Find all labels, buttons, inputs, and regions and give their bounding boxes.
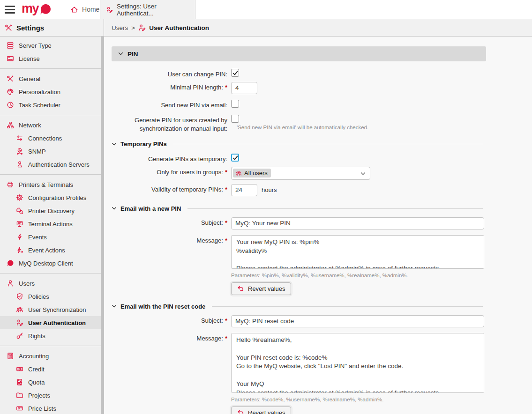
pin-section-title: PIN xyxy=(127,51,138,58)
palette-icon xyxy=(7,88,14,96)
sidebar-item-license[interactable]: License xyxy=(0,52,101,65)
sidebar-divider xyxy=(0,346,101,346)
sidebar-item-label: User Authentication xyxy=(28,319,86,326)
sidebar-item-label: Rights xyxy=(28,333,45,340)
sidebar-item-label: Personalization xyxy=(19,89,60,96)
minimal-pin-length-input[interactable] xyxy=(231,82,257,94)
sidebar-item-user-authentication[interactable]: User Authentication xyxy=(0,316,101,329)
tools-icon xyxy=(7,75,14,82)
tab-bar: my Home Settings: User Authenticat... xyxy=(0,0,532,19)
sidebar-item-label: Printers & Terminals xyxy=(19,181,73,188)
settings-panel-header: Settings xyxy=(0,19,104,36)
reset-params-hint: Parameters: %code%, %username%, %realnam… xyxy=(231,397,486,402)
sidebar-item-connections[interactable]: Connections xyxy=(0,132,101,145)
sidebar-item-snmp[interactable]: SNMP xyxy=(0,145,101,158)
group-chip-all-users[interactable]: All users xyxy=(233,169,271,177)
sidebar-item-users[interactable]: Users xyxy=(0,277,101,290)
reset-message-label: Message:* xyxy=(112,333,227,343)
new-pin-message-textarea[interactable]: Your new MyQ PIN is: %pin% %validity% Pl… xyxy=(231,235,484,269)
sidebar-item-policies[interactable]: Policies xyxy=(0,290,101,303)
sidebar-content-divider xyxy=(101,37,104,414)
chevron-down-icon xyxy=(118,52,123,56)
terminal-icon xyxy=(16,220,23,228)
sidebar-item-personalization[interactable]: Personalization xyxy=(0,85,101,98)
revert-values-button[interactable]: Revert values xyxy=(231,407,291,414)
sidebar-item-label: Configuration Profiles xyxy=(28,194,86,201)
breadcrumb-separator: > xyxy=(131,24,135,31)
server-icon xyxy=(7,42,14,49)
required-marker: * xyxy=(225,219,227,226)
lightning-arrow-icon xyxy=(16,246,23,254)
chevron-down-icon xyxy=(112,207,117,210)
required-marker: * xyxy=(225,335,227,342)
minimal-pin-length-label: Minimal PIN length:* xyxy=(112,82,227,92)
people-icon xyxy=(16,306,23,313)
section-header-temporary-pins[interactable]: Temporary PINs xyxy=(112,140,486,148)
sidebar-item-price-lists[interactable]: Price Lists xyxy=(0,402,101,414)
revert-values-label: Revert values xyxy=(248,409,285,414)
breadcrumb-parent[interactable]: Users xyxy=(112,24,128,31)
user-auth-icon xyxy=(138,24,146,31)
shield-check-icon xyxy=(16,293,23,300)
required-marker: * xyxy=(225,84,227,91)
reset-subject-input[interactable] xyxy=(231,315,484,327)
sidebar-item-user-synchronization[interactable]: User Synchronization xyxy=(0,303,101,316)
undo-icon xyxy=(237,285,244,292)
validity-input[interactable] xyxy=(231,184,257,196)
sidebar-item-event-actions[interactable]: Event Actions xyxy=(0,244,101,257)
revert-values-label: Revert values xyxy=(248,285,285,292)
generate-pins-temporary-checkbox[interactable] xyxy=(231,154,239,162)
sidebar-item-printers-terminals[interactable]: Printers & Terminals xyxy=(0,178,101,191)
sidebar-item-label: Printer Discovery xyxy=(28,207,75,214)
sidebar-item-task-scheduler[interactable]: Task Scheduler xyxy=(0,98,101,111)
abacus-icon xyxy=(16,378,23,386)
groups-select[interactable]: All users xyxy=(231,167,370,180)
sidebar-item-credit[interactable]: Credit xyxy=(0,362,101,376)
section-rule xyxy=(173,144,483,144)
user-can-change-pin-checkbox[interactable] xyxy=(231,69,239,77)
sidebar-item-general[interactable]: General xyxy=(0,72,101,85)
folder-icon xyxy=(16,392,23,399)
sidebar-item-authentication-servers[interactable]: Authentication Servers xyxy=(0,158,101,171)
section-header-email-pin-reset[interactable]: Email with the PIN reset code xyxy=(112,303,486,310)
sidebar-item-accounting[interactable]: Accounting xyxy=(0,349,101,362)
revert-values-button[interactable]: Revert values xyxy=(231,282,291,295)
logo-text: my xyxy=(22,2,38,15)
sidebar-item-terminal-actions[interactable]: Terminal Actions xyxy=(0,217,101,230)
validity-label: Validity of temporary PINs:* xyxy=(112,184,227,194)
sidebar-item-configuration-profiles[interactable]: Configuration Profiles xyxy=(0,191,101,204)
sidebar-item-rights[interactable]: Rights xyxy=(0,329,101,342)
reset-message-textarea[interactable]: Hello %realname%, Your PIN reset code is… xyxy=(231,333,484,393)
new-pin-subject-label: Subject:* xyxy=(112,217,227,227)
sidebar-item-printer-discovery[interactable]: Printer Discovery xyxy=(0,204,101,217)
sidebar-item-events[interactable]: Events xyxy=(0,230,101,244)
generate-pins-temporary-label: Generate PINs as temporary: xyxy=(112,154,227,163)
generate-pin-on-create-checkbox[interactable] xyxy=(231,115,239,123)
send-new-pin-label: Send new PIN via email: xyxy=(112,100,227,110)
sidebar-item-label: Authentication Servers xyxy=(28,161,90,168)
sidebar-item-myq-desktop-client[interactable]: MyQ Desktop Client xyxy=(0,257,101,270)
check-icon xyxy=(232,70,238,76)
sidebar-item-label: Task Scheduler xyxy=(19,102,60,109)
new-pin-params-hint: Parameters: %pin%, %validity%, %username… xyxy=(231,273,486,278)
sidebar-item-label: Price Lists xyxy=(28,405,56,412)
sidebar-item-label: MyQ Desktop Client xyxy=(19,260,73,267)
person-badge-icon xyxy=(16,161,23,168)
hamburger-menu-icon[interactable] xyxy=(5,4,15,15)
new-pin-subject-input[interactable] xyxy=(231,217,484,229)
tab-settings-user-authentication[interactable]: Settings: User Authenticat... xyxy=(100,0,195,19)
validity-suffix: hours xyxy=(262,186,277,193)
sidebar-item-server-type[interactable]: Server Type xyxy=(0,39,101,52)
send-new-pin-checkbox[interactable] xyxy=(231,100,239,108)
sidebar-item-projects[interactable]: Projects xyxy=(0,389,101,402)
section-header-email-new-pin[interactable]: Email with a new PIN xyxy=(112,205,486,212)
generate-pin-on-create-label: Generate PIN for users created by synchr… xyxy=(112,115,227,133)
network-icon xyxy=(7,121,14,129)
email-new-pin-title: Email with a new PIN xyxy=(120,205,181,212)
tab-home-label: Home xyxy=(82,6,99,13)
sidebar-item-network[interactable]: Network xyxy=(0,118,101,132)
temporary-pins-title: Temporary PINs xyxy=(120,140,167,148)
gear-icon xyxy=(16,194,23,201)
section-header-pin[interactable]: PIN xyxy=(112,46,486,61)
sidebar-item-quota[interactable]: Quota xyxy=(0,376,101,389)
